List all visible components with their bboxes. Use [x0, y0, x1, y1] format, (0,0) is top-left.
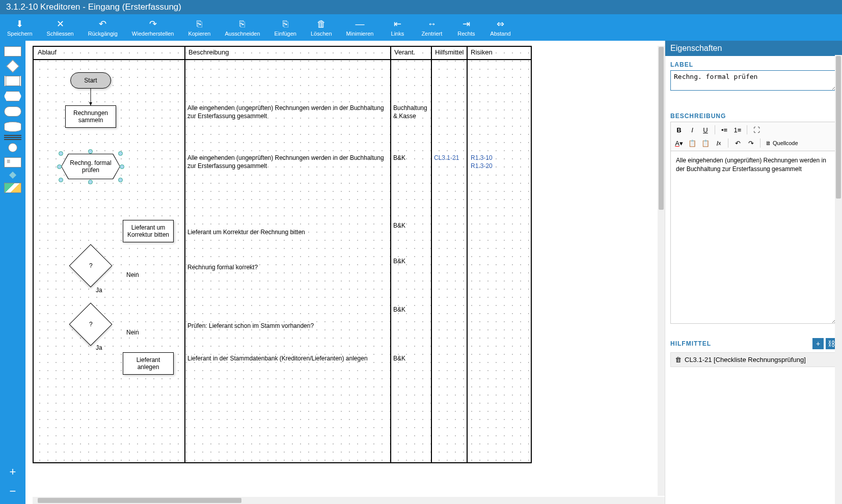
zoom-in-button[interactable]: + — [3, 464, 22, 480]
desc-row3: Lieferant um Korrektur der Rechnung bitt… — [187, 228, 386, 236]
desc-decision2: Prüfen: Lieferant schon im Stamm vorhand… — [187, 322, 386, 330]
palette-subprocess[interactable] — [4, 76, 21, 86]
copy-icon: ⎘ — [197, 18, 202, 30]
delete-icon: 🗑 — [317, 18, 326, 30]
align-right-icon: ⇥ — [463, 18, 470, 30]
canvas-hscroll[interactable] — [33, 497, 665, 504]
rte-copy-button[interactable]: 📋 — [686, 137, 698, 149]
undo-button[interactable]: ↶Rückgängig — [81, 16, 125, 39]
verant-row5: B&K — [393, 305, 405, 314]
desc-row2: Alle eingehenden (ungeprüften) Rechnunge… — [187, 154, 386, 170]
delete-icon[interactable]: 🗑 — [675, 356, 682, 363]
redo-button[interactable]: ↷Wiederherstellen — [125, 16, 181, 39]
canvas-scroll[interactable]: Ablauf Beschreibung Verant. Hilfsmittel … — [25, 41, 665, 463]
copy-button[interactable]: ⎘Kopieren — [181, 16, 218, 39]
palette-cylinder[interactable] — [4, 122, 21, 132]
palette-rect[interactable] — [4, 46, 21, 57]
panel-vscroll[interactable] — [835, 55, 842, 504]
source-icon: 🗎 — [766, 140, 771, 146]
redo-icon: ↷ — [149, 18, 157, 30]
align-right-button[interactable]: ⇥Rechts — [449, 16, 483, 39]
header-beschreibung: Beschreibung — [187, 48, 230, 56]
window-title-bar: 3.1.2-10 Kreditoren - Eingang (Ersterfas… — [0, 0, 842, 14]
rte-underline-button[interactable]: U — [699, 124, 712, 135]
verant-row6: B&K — [393, 354, 405, 362]
label-ja-2: Ja — [96, 344, 102, 352]
sel-handle-n[interactable] — [88, 149, 93, 154]
rte-source-button[interactable]: 🗎Quellcode — [764, 140, 800, 146]
shape-palette: + − — [0, 41, 25, 504]
hilfmittel-add-button[interactable]: + — [812, 338, 824, 349]
canvas-vscroll[interactable] — [658, 46, 665, 496]
header-hilfsmittel: Hilfsmittel — [434, 48, 465, 56]
node-formal-pruefen[interactable]: Rechng. formal prüfen — [62, 154, 120, 179]
header-verant: Verant. — [393, 48, 416, 56]
palette-rounded[interactable] — [4, 106, 21, 117]
rte-removeformat-button[interactable]: Ix — [713, 137, 725, 149]
palette-connector[interactable] — [9, 172, 16, 179]
flowchart-canvas[interactable]: Ablauf Beschreibung Verant. Hilfsmittel … — [33, 46, 532, 463]
close-icon: ✕ — [57, 18, 64, 30]
node-korrektur[interactable]: Lieferant um Korrektur bitten — [123, 220, 174, 242]
rte-undo-button[interactable]: ↶ — [731, 137, 744, 149]
distribute-icon: ⇔ — [497, 18, 504, 30]
sel-handle-se[interactable] — [118, 178, 123, 182]
beschreibung-header: Beschreibung — [670, 113, 837, 120]
main-toolbar: ⬇Speichern ✕Schliessen ↶Rückgängig ↷Wied… — [0, 14, 842, 41]
verant-row2: B&K — [393, 154, 405, 162]
palette-line[interactable] — [4, 137, 21, 138]
paste-icon: ⎘ — [283, 18, 288, 30]
align-center-icon: ↔ — [427, 18, 437, 30]
palette-hexagon[interactable] — [4, 91, 21, 101]
window-title: 3.1.2-10 Kreditoren - Eingang (Ersterfas… — [6, 2, 181, 12]
verant-row4: B&K — [393, 257, 405, 265]
sel-handle-ne[interactable] — [118, 151, 123, 156]
sel-handle-e[interactable] — [120, 164, 124, 169]
align-left-button[interactable]: ⇤Links — [381, 16, 414, 39]
zoom-out-button[interactable]: − — [3, 484, 22, 499]
label-nein-2: Nein — [126, 328, 139, 337]
rte-toolbar: B I U •≡ 1≡ ⛶ A▾ 📋 📋 Ix ↶ ↷ 🗎Quellcode — [670, 122, 837, 151]
rte-paste-button[interactable]: 📋 — [699, 137, 712, 149]
rte-bullets-button[interactable]: •≡ — [718, 124, 730, 135]
rte-italic-button[interactable]: I — [686, 124, 698, 135]
sel-handle-s[interactable] — [88, 180, 93, 184]
save-button[interactable]: ⬇Speichern — [0, 16, 40, 39]
undo-icon: ↶ — [99, 18, 106, 30]
palette-diamond[interactable] — [6, 60, 19, 72]
rte-textcolor-button[interactable]: A▾ — [673, 137, 685, 149]
cut-button[interactable]: ⎘Ausschneiden — [218, 16, 267, 39]
align-left-icon: ⇤ — [394, 18, 401, 30]
rte-bold-button[interactable]: B — [673, 124, 685, 135]
sel-handle-sw[interactable] — [59, 178, 63, 182]
label-ja-1: Ja — [96, 286, 102, 294]
verant-row1: Buchhaltung & Kasse — [393, 104, 429, 120]
close-button[interactable]: ✕Schliessen — [40, 16, 81, 39]
label-input[interactable] — [670, 70, 837, 91]
node-rechnungen-sammeln[interactable]: Rechnungen sammeln — [65, 105, 116, 128]
palette-image[interactable] — [4, 183, 21, 193]
hilf-row2[interactable]: CL3.1-21 — [434, 154, 459, 162]
beschreibung-editor[interactable]: Alle eingehenden (ungeprüften) Rechnunge… — [670, 151, 837, 324]
align-center-button[interactable]: ↔Zentriert — [414, 16, 449, 39]
distribute-button[interactable]: ⇔Abstand — [483, 16, 518, 39]
node-anlegen[interactable]: Lieferant anlegen — [123, 352, 174, 375]
palette-circle[interactable] — [8, 143, 17, 152]
rte-maximize-button[interactable]: ⛶ — [750, 124, 763, 135]
label-nein-1: Nein — [126, 271, 139, 279]
sel-handle-w[interactable] — [57, 164, 62, 169]
risk-row2a[interactable]: R1.3-10 — [471, 154, 493, 162]
risk-row2b[interactable]: R1.3-20 — [471, 162, 493, 170]
sel-handle-nw[interactable] — [59, 151, 63, 156]
desc-anlegen: Lieferant in der Stammdatenbank (Kredito… — [187, 354, 386, 362]
node-start[interactable]: Start — [70, 72, 111, 89]
paste-button[interactable]: ⎘Einfügen — [267, 16, 304, 39]
header-risiken: Risiken — [470, 48, 494, 56]
rte-redo-button[interactable]: ↷ — [745, 137, 757, 149]
delete-button[interactable]: 🗑Löschen — [304, 16, 339, 39]
palette-textbox[interactable] — [4, 157, 21, 167]
minimize-button[interactable]: —Minimieren — [339, 16, 381, 39]
verant-row3: B&K — [393, 221, 405, 230]
hilfmittel-item[interactable]: 🗑 CL3.1-21 [Checkliste Rechnungsprüfung] — [670, 352, 837, 367]
rte-numbered-button[interactable]: 1≡ — [731, 124, 744, 135]
